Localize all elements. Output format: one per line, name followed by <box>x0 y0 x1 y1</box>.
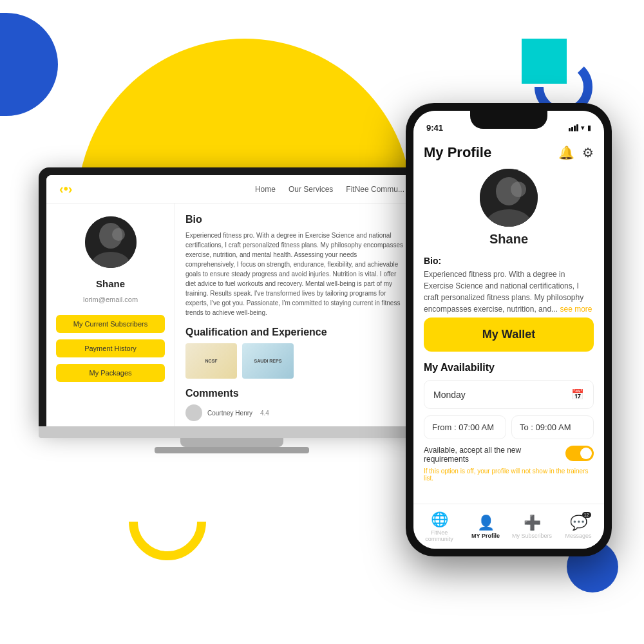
qual-section-title: Qualification and Experience <box>185 327 407 338</box>
status-icons: ▾ ▮ <box>569 124 591 132</box>
messages-nav-label: Messages <box>565 533 591 539</box>
messages-badge-container: 💬 12 <box>570 515 587 531</box>
phone-bio-text: Experienced fitness pro. With a degree i… <box>424 269 594 315</box>
bio-section-title: Bio <box>185 214 407 225</box>
from-time-box[interactable]: From : 07:00 AM <box>424 415 506 439</box>
yellow-arc-decoration <box>129 483 206 560</box>
settings-gear-icon[interactable]: ⚙ <box>582 145 594 160</box>
profile-nav-label: MY Profile <box>471 533 500 539</box>
header-action-icons: 🔔 ⚙ <box>558 145 594 160</box>
nav-link-community[interactable]: FitNee Commu... <box>346 185 404 194</box>
availability-toggle-row: Available, accept all the new requiremen… <box>424 446 594 464</box>
svg-point-3 <box>112 228 125 241</box>
community-nav-label: FitNee community <box>416 529 462 542</box>
phone-time: 9:41 <box>426 123 443 133</box>
laptop-content: Shane lorim@email.com My Current Subscri… <box>46 204 417 426</box>
bio-label: Bio: <box>424 256 594 266</box>
laptop-stand <box>180 438 283 447</box>
subscribers-button[interactable]: My Current Subscribers <box>56 315 165 333</box>
commenter-rating: 4.4 <box>260 410 269 417</box>
phone-username: Shane <box>489 232 528 247</box>
laptop-avatar <box>85 216 137 268</box>
svg-point-7 <box>511 182 526 197</box>
laptop-user-name: Shane <box>96 278 125 289</box>
notification-bell-icon[interactable]: 🔔 <box>558 145 574 160</box>
phone-avatar <box>480 169 538 227</box>
nav-item-messages[interactable]: 💬 12 Messages <box>555 515 601 539</box>
wifi-icon: ▾ <box>581 124 585 132</box>
toggle-warning-text: If this option is off, your profile will… <box>424 468 594 482</box>
laptop-foot <box>155 447 309 453</box>
commenter-avatar <box>185 404 202 421</box>
bottom-navigation: 🌐 FitNee community 👤 MY Profile ➕ My Sub… <box>413 504 604 549</box>
laptop-screen: ‹•› Home Our Services FitNee Commu... <box>46 175 417 426</box>
nav-item-subscribers[interactable]: ➕ My Subscribers <box>509 515 555 539</box>
availability-toggle[interactable] <box>565 446 594 461</box>
phone-screen: 9:41 ▾ ▮ My Profile <box>413 111 604 549</box>
see-more-link[interactable]: see more <box>560 305 592 314</box>
profile-page-title: My Profile <box>424 144 491 161</box>
community-icon: 🌐 <box>431 511 448 528</box>
availability-day-row: Monday 📅 <box>424 380 594 409</box>
nav-link-home[interactable]: Home <box>255 185 276 194</box>
laptop-screen-outer: ‹•› Home Our Services FitNee Commu... <box>39 167 425 426</box>
availability-title: My Availability <box>424 362 594 374</box>
commenter-name: Courtney Henry <box>207 410 252 417</box>
cert-image-1: NCSF <box>185 343 237 379</box>
cert2-label: SAUDI REPS <box>252 356 285 366</box>
battery-icon: ▮ <box>587 124 591 132</box>
toggle-label: Available, accept all the new requiremen… <box>424 446 560 464</box>
nav-link-services[interactable]: Our Services <box>289 185 333 194</box>
logo-icon: ‹•› <box>59 182 72 196</box>
laptop-logo: ‹•› <box>59 182 72 196</box>
phone-content: My Profile 🔔 ⚙ <box>413 139 604 504</box>
to-time-box[interactable]: To : 09:00 AM <box>511 415 594 439</box>
nav-item-community[interactable]: 🌐 FitNee community <box>416 511 462 542</box>
phone-outer-frame: 9:41 ▾ ▮ My Profile <box>406 103 612 556</box>
qualification-images: NCSF SAUDI REPS <box>185 343 407 379</box>
payment-history-button[interactable]: Payment History <box>56 339 165 357</box>
profile-icon: 👤 <box>477 515 495 531</box>
profile-section: Shane <box>424 169 594 247</box>
day-label: Monday <box>433 390 466 400</box>
messages-badge-count: 12 <box>582 512 591 518</box>
signal-icon <box>569 124 578 131</box>
wallet-button[interactable]: My Wallet <box>424 317 594 352</box>
laptop-nav-links: Home Our Services FitNee Commu... <box>255 185 404 194</box>
subscribers-nav-label: My Subscribers <box>512 533 552 539</box>
laptop-base <box>39 426 425 438</box>
phone-header: My Profile 🔔 ⚙ <box>424 139 594 169</box>
laptop-device: ‹•› Home Our Services FitNee Commu... <box>39 167 425 453</box>
phone-notch <box>470 111 547 129</box>
cyan-rect-decoration <box>522 39 567 84</box>
phone-device: 9:41 ▾ ▮ My Profile <box>406 103 612 556</box>
comment-row: Courtney Henry 4.4 <box>185 404 407 421</box>
laptop-user-email: lorim@email.com <box>83 296 138 303</box>
time-range-row: From : 07:00 AM To : 09:00 AM <box>424 415 594 439</box>
calendar-icon[interactable]: 📅 <box>571 388 584 401</box>
laptop-navbar: ‹•› Home Our Services FitNee Commu... <box>46 175 417 204</box>
subscribers-icon: ➕ <box>524 515 541 531</box>
cert-image-2: SAUDI REPS <box>242 343 294 379</box>
comments-section-title: Comments <box>185 388 407 399</box>
nav-item-profile[interactable]: 👤 MY Profile <box>462 515 509 539</box>
cert1-label: NCSF <box>202 356 220 366</box>
laptop-main-content: Bio Experienced fitness pro. With a degr… <box>175 204 417 426</box>
packages-button[interactable]: My Packages <box>56 364 165 382</box>
bio-text: Experienced fitness pro. With a degree i… <box>185 231 407 317</box>
laptop-sidebar: Shane lorim@email.com My Current Subscri… <box>46 204 175 426</box>
blue-shape-decoration <box>0 13 58 116</box>
